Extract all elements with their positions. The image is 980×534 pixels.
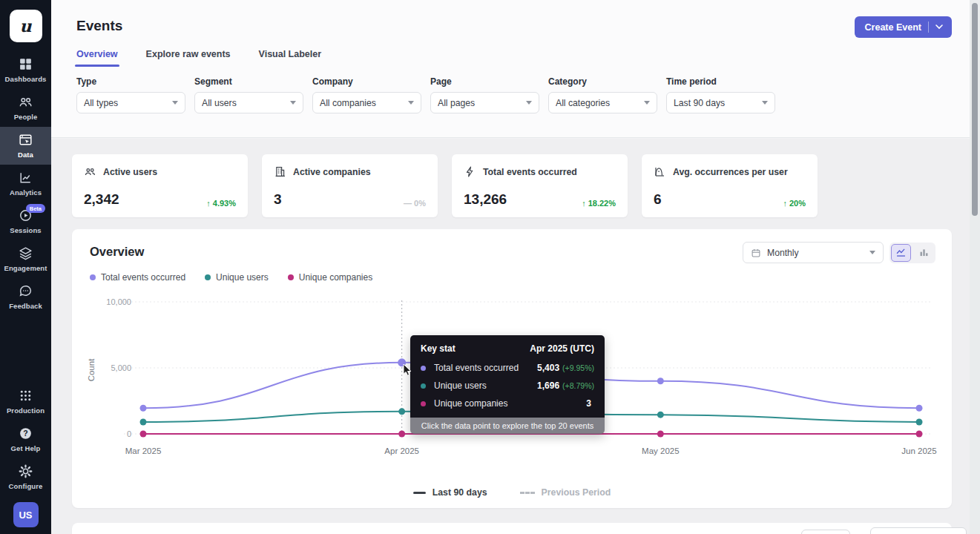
user-avatar[interactable]: US xyxy=(13,502,39,527)
page-scrollbar[interactable] xyxy=(970,0,980,534)
sidebar-item-engagement[interactable]: Engagement xyxy=(0,240,51,278)
chart-point[interactable] xyxy=(140,418,147,425)
chart-point[interactable] xyxy=(916,418,923,425)
sidebar-item-sessions[interactable]: Beta Sessions xyxy=(0,202,51,240)
filter-segment: Segment All users xyxy=(194,76,308,113)
chart-point[interactable] xyxy=(140,405,147,412)
sidebar: u Dashboards People Data Analytics Beta xyxy=(0,0,51,534)
chart-point[interactable] xyxy=(657,378,664,384)
svg-text:Apr 2025: Apr 2025 xyxy=(384,446,419,455)
svg-text:Jun 2025: Jun 2025 xyxy=(901,446,936,455)
sidebar-item-data[interactable]: Data xyxy=(0,127,51,165)
stat-delta: ↑18.22% xyxy=(582,199,616,208)
chart-point[interactable] xyxy=(657,430,664,437)
tooltip-dot xyxy=(421,366,426,371)
stat-title: Avg. occurrences per user xyxy=(673,167,788,177)
caret-down-icon xyxy=(762,101,768,105)
legend-label: Previous Period xyxy=(542,487,611,498)
tooltip-row: Total events occurred 5,403 (+9.95%) xyxy=(421,363,594,373)
category-select[interactable]: All categories xyxy=(548,92,657,113)
sidebar-item-label: Get Help xyxy=(11,444,41,452)
userpilot-logo[interactable]: u xyxy=(10,10,42,42)
tooltip-row: Unique companies 3 xyxy=(421,398,594,409)
sidebar-item-label: Feedback xyxy=(9,302,42,310)
tooltip-dot xyxy=(421,383,426,389)
sidebar-item-label: People xyxy=(14,113,38,121)
chart-point[interactable] xyxy=(398,408,405,415)
stat-value: 3 xyxy=(274,191,282,208)
select-value: All types xyxy=(84,98,167,108)
stat-card-active-users: Active users 2,342 ↑4.93% xyxy=(72,154,248,217)
svg-text:May 2025: May 2025 xyxy=(642,446,680,455)
sidebar-item-production[interactable]: Production xyxy=(0,383,51,421)
chart-point[interactable] xyxy=(657,412,664,418)
legend-label: Last 90 days xyxy=(433,487,487,498)
sidebar-item-dashboards[interactable]: Dashboards xyxy=(0,51,51,89)
sidebar-item-label: Configure xyxy=(9,482,43,490)
delta-value: 20% xyxy=(789,199,806,208)
type-select[interactable]: All types xyxy=(76,92,185,113)
tooltip-title: Key stat xyxy=(421,343,456,354)
stat-value: 2,342 xyxy=(84,191,119,208)
create-event-button[interactable]: Create Event xyxy=(855,16,952,38)
sidebar-item-people[interactable]: People xyxy=(0,89,51,127)
tooltip-value: 3 xyxy=(586,398,591,409)
tooltip-row: Unique users 1,696 (+8.79%) xyxy=(421,380,594,391)
legend-previous-period[interactable]: Previous Period xyxy=(520,487,611,498)
chart-point[interactable] xyxy=(916,430,923,437)
sidebar-item-analytics[interactable]: Analytics xyxy=(0,165,51,202)
caret-down-icon xyxy=(644,101,650,105)
tooltip-footer-hint: Click the data point to explore the top … xyxy=(410,418,605,434)
filter-row: Type All types Segment All users Company… xyxy=(76,76,970,113)
stat-title: Active companies xyxy=(293,167,371,177)
partial-control-select[interactable] xyxy=(870,527,967,534)
filter-label: Company xyxy=(312,76,426,87)
select-value: All categories xyxy=(556,98,639,108)
tab-overview[interactable]: Overview xyxy=(76,49,118,67)
page-select[interactable]: All pages xyxy=(430,92,539,113)
chart-point[interactable] xyxy=(398,430,405,437)
avg-occurrences-icon xyxy=(654,165,666,178)
sidebar-item-configure[interactable]: Configure xyxy=(0,458,51,496)
sidebar-item-get-help[interactable]: ? Get Help xyxy=(0,421,51,458)
time-period-select[interactable]: Last 90 days xyxy=(666,92,775,113)
tab-explore-raw-events[interactable]: Explore raw events xyxy=(146,49,231,67)
chevron-down-icon xyxy=(935,24,943,30)
svg-text:10,000: 10,000 xyxy=(106,297,131,306)
tab-visual-labeler[interactable]: Visual Labeler xyxy=(259,49,322,67)
production-icon xyxy=(18,388,33,403)
stat-card-row: Active users 2,342 ↑4.93% Active compani… xyxy=(72,154,970,217)
help-icon: ? xyxy=(18,426,33,441)
tooltip-delta: (+8.79%) xyxy=(562,381,594,390)
tooltip-delta: (+9.95%) xyxy=(562,363,594,372)
sidebar-item-feedback[interactable]: Feedback xyxy=(0,278,51,316)
partial-control-button[interactable] xyxy=(801,530,850,534)
filter-type: Type All types xyxy=(76,76,190,113)
chart-point[interactable] xyxy=(140,430,147,437)
trend-flat-icon: — xyxy=(404,199,412,208)
sidebar-item-label: Production xyxy=(7,406,45,415)
series-period-legend: Last 90 days Previous Period xyxy=(72,487,952,498)
svg-text:5,000: 5,000 xyxy=(111,363,131,372)
company-select[interactable]: All companies xyxy=(312,92,421,113)
trend-up-icon: ↑ xyxy=(582,199,586,208)
filter-category: Category All categories xyxy=(548,76,662,113)
stat-value: 6 xyxy=(654,191,662,208)
avatar-initials: US xyxy=(19,510,32,521)
configure-icon xyxy=(18,464,33,479)
stat-delta: ↑20% xyxy=(783,199,806,208)
feedback-icon xyxy=(18,283,33,299)
segment-select[interactable]: All users xyxy=(194,92,303,113)
stat-delta: ↑4.93% xyxy=(206,199,236,208)
delta-value: 4.93% xyxy=(213,199,236,208)
scrollbar-thumb[interactable] xyxy=(972,3,978,216)
caret-down-icon xyxy=(526,101,532,105)
chart-tooltip: Key stat Apr 2025 (UTC) Total events occ… xyxy=(410,335,605,434)
page-title: Events xyxy=(76,0,970,34)
dashboards-icon xyxy=(18,56,33,72)
stat-title: Total events occurred xyxy=(483,167,577,177)
tooltip-label: Unique companies xyxy=(434,398,586,409)
trend-up-icon: ↑ xyxy=(206,199,211,208)
legend-last-90-days[interactable]: Last 90 days xyxy=(413,487,487,498)
chart-point[interactable] xyxy=(916,405,923,412)
